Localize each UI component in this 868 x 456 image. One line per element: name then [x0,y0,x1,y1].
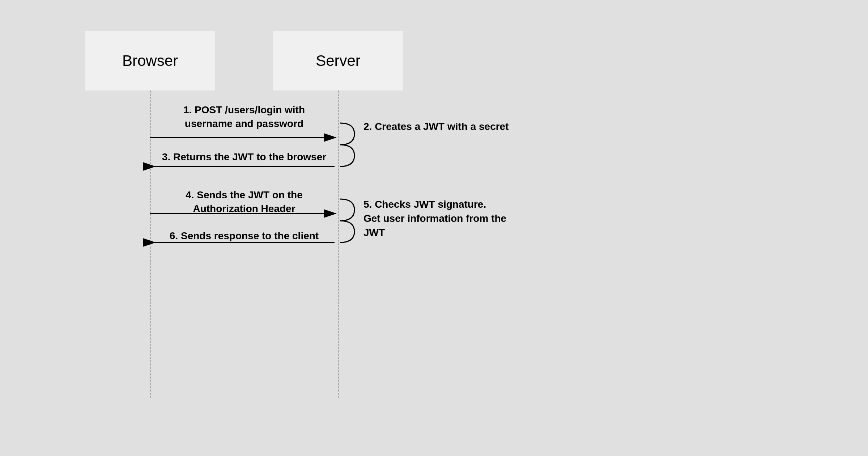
browser-label: Browser [122,52,178,69]
step1-label: 1. POST /users/login withusername and pa… [156,103,333,131]
browser-actor-box: Browser [85,31,215,90]
step6-label: 6. Sends response to the client [156,229,333,243]
step4-label: 4. Sends the JWT on theAuthorization Hea… [156,188,333,216]
server-actor-box: Server [273,31,403,90]
arc5 [340,199,354,242]
server-label: Server [316,52,361,69]
diagram-container: Browser Server 1. POST /users/login with… [0,0,868,456]
arc2 [340,123,354,166]
step2-label: 2. Creates a JWT with a secret [363,119,515,134]
step3-label: 3. Returns the JWT to the browser [156,150,333,164]
server-lifeline [338,90,339,398]
step5-label: 5. Checks JWT signature.Get user informa… [363,197,530,240]
browser-lifeline [150,90,151,398]
